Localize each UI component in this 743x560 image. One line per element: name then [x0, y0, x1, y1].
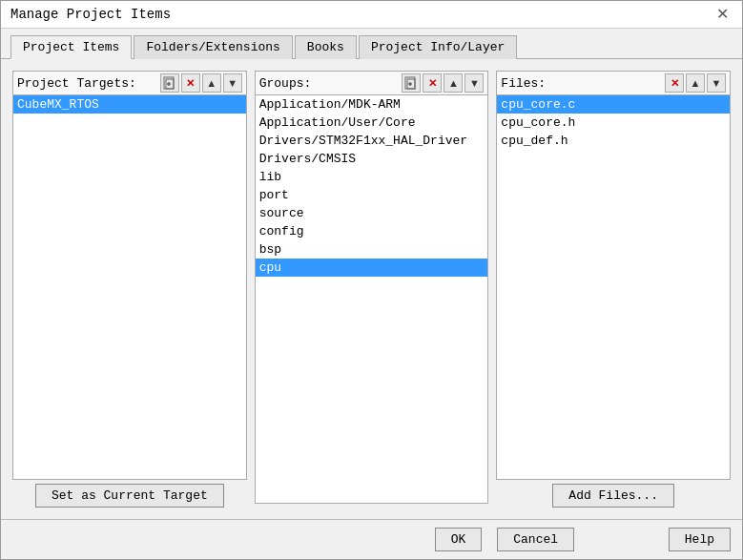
- groups-toolbar: ✕ ▲ ▼: [402, 73, 484, 93]
- targets-delete-button[interactable]: ✕: [181, 73, 200, 93]
- new-group-icon: [404, 76, 418, 90]
- dialog-footer: OK Cancel Help: [1, 519, 742, 559]
- groups-label: Groups:: [259, 76, 312, 91]
- targets-label: Project Targets:: [17, 76, 136, 91]
- list-item[interactable]: port: [256, 186, 488, 204]
- files-label: Files:: [501, 76, 546, 91]
- files-panel-header: Files: ✕ ▲ ▼: [496, 71, 731, 95]
- targets-toolbar: ✕ ▲ ▼: [160, 73, 242, 93]
- tab-project-items[interactable]: Project Items: [10, 35, 132, 59]
- files-toolbar: ✕ ▲ ▼: [665, 73, 726, 93]
- tab-books[interactable]: Books: [295, 35, 357, 59]
- footer-buttons: OK Cancel: [341, 528, 669, 551]
- cancel-button[interactable]: Cancel: [497, 528, 574, 551]
- groups-down-button[interactable]: ▼: [464, 73, 484, 93]
- targets-up-button[interactable]: ▲: [202, 73, 221, 93]
- files-list[interactable]: cpu_core.c cpu_core.h cpu_def.h: [496, 95, 731, 480]
- groups-up-button[interactable]: ▲: [444, 73, 463, 93]
- list-item[interactable]: cpu_core.h: [497, 114, 730, 132]
- panels-container: Project Targets: ✕ ▲ ▼: [12, 71, 731, 508]
- targets-panel-header: Project Targets: ✕ ▲ ▼: [12, 71, 247, 95]
- files-up-button[interactable]: ▲: [686, 73, 705, 93]
- groups-panel: Groups: ✕ ▲ ▼: [255, 71, 489, 508]
- list-item[interactable]: lib: [256, 168, 488, 186]
- groups-panel-header: Groups: ✕ ▲ ▼: [255, 71, 489, 95]
- close-button[interactable]: ✕: [712, 7, 733, 22]
- footer-right: Help: [669, 528, 731, 551]
- tab-project-info-layer[interactable]: Project Info/Layer: [359, 35, 517, 59]
- targets-panel: Project Targets: ✕ ▲ ▼: [12, 71, 247, 508]
- tab-folders-extensions[interactable]: Folders/Extensions: [134, 35, 292, 59]
- files-panel: Files: ✕ ▲ ▼ cpu_core.c cpu_core.h cpu_d…: [496, 71, 731, 508]
- targets-down-button[interactable]: ▼: [223, 73, 242, 93]
- tab-bar: Project Items Folders/Extensions Books P…: [1, 29, 742, 59]
- list-item[interactable]: source: [256, 204, 488, 222]
- targets-list[interactable]: CubeMX_RTOS: [12, 95, 247, 480]
- help-button[interactable]: Help: [669, 528, 731, 551]
- set-current-target-button[interactable]: Set as Current Target: [35, 484, 224, 508]
- list-item[interactable]: Application/MDK-ARM: [256, 95, 488, 114]
- title-bar: Manage Project Items ✕: [1, 1, 742, 29]
- dialog-title: Manage Project Items: [10, 7, 171, 22]
- groups-new-button[interactable]: [402, 73, 421, 93]
- list-item[interactable]: Drivers/STM32F1xx_HAL_Driver: [256, 132, 488, 150]
- targets-new-button[interactable]: [160, 73, 179, 93]
- list-item[interactable]: cpu: [256, 259, 488, 277]
- groups-delete-button[interactable]: ✕: [423, 73, 442, 93]
- new-target-icon: [163, 76, 176, 90]
- list-item[interactable]: cpu_def.h: [497, 132, 730, 150]
- files-delete-button[interactable]: ✕: [665, 73, 684, 93]
- targets-footer: Set as Current Target: [12, 484, 247, 508]
- list-item[interactable]: config: [256, 222, 488, 240]
- files-footer: Add Files...: [496, 484, 731, 508]
- list-item[interactable]: bsp: [256, 240, 488, 259]
- groups-list[interactable]: Application/MDK-ARM Application/User/Cor…: [255, 95, 489, 504]
- list-item[interactable]: Drivers/CMSIS: [256, 150, 488, 168]
- list-item[interactable]: CubeMX_RTOS: [13, 95, 246, 114]
- files-down-button[interactable]: ▼: [707, 73, 726, 93]
- main-content: Project Targets: ✕ ▲ ▼: [1, 59, 742, 519]
- manage-project-items-dialog: Manage Project Items ✕ Project Items Fol…: [0, 0, 743, 560]
- list-item[interactable]: cpu_core.c: [497, 95, 730, 114]
- list-item[interactable]: Application/User/Core: [256, 114, 488, 132]
- ok-button[interactable]: OK: [435, 528, 483, 551]
- add-files-button[interactable]: Add Files...: [552, 484, 674, 508]
